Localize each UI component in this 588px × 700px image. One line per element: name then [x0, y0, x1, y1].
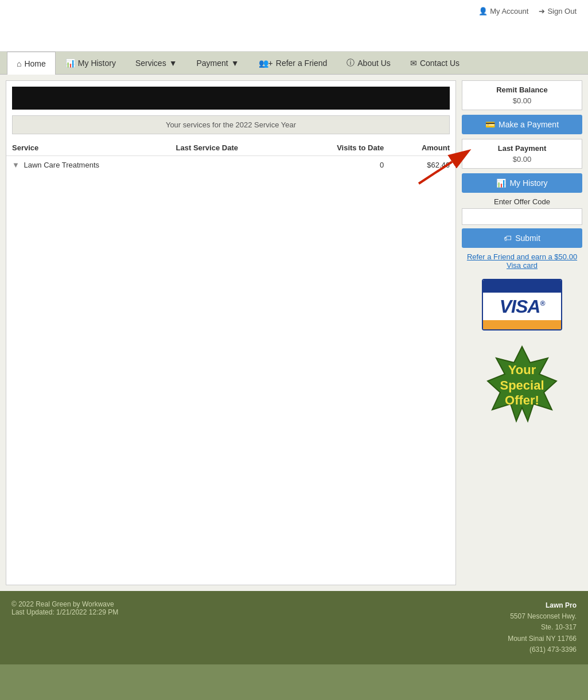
- service-year-header: Your services for the 2022 Service Year: [12, 115, 450, 134]
- table-row: ▼ Lawn Care Treatments 0 $62.46: [6, 156, 455, 174]
- tab-contact-us[interactable]: ✉ Contact Us: [400, 52, 469, 74]
- footer-right: Lawn Pro 5507 Nesconset Hwy. Ste. 10-317…: [508, 600, 577, 655]
- header: 👤 My Account ➔ Sign Out: [0, 0, 588, 52]
- offer-line3: Offer!: [500, 393, 544, 408]
- amount: $62.46: [390, 156, 455, 174]
- tab-services[interactable]: Services ▼: [126, 52, 187, 74]
- left-panel: Your services for the 2022 Service Year …: [6, 80, 456, 585]
- footer-last-updated: Last Updated: 1/21/2022 12:29 PM: [11, 608, 118, 616]
- col-amount: Amount: [390, 140, 455, 156]
- col-service: Service: [6, 140, 170, 156]
- footer: © 2022 Real Green by Workwave Last Updat…: [0, 591, 588, 664]
- special-offer-badge[interactable]: Your Special Offer!: [482, 345, 562, 426]
- remit-balance-box: Remit Balance $0.00: [462, 80, 582, 110]
- service-table: Service Last Service Date Visits to Date…: [6, 140, 455, 174]
- chart-icon: 📊: [65, 59, 75, 68]
- make-payment-button[interactable]: 💳 Make a Payment: [462, 115, 582, 134]
- offer-code-label: Enter Offer Code: [462, 197, 582, 206]
- info-icon: ⓘ: [346, 58, 355, 68]
- offer-code-input[interactable]: [462, 208, 582, 225]
- tab-about-us[interactable]: ⓘ About Us: [337, 52, 400, 74]
- service-year-text: Your services for the 2022 Service Year: [166, 120, 296, 129]
- my-history-label: My History: [509, 178, 547, 188]
- col-last-service-date: Last Service Date: [170, 140, 293, 156]
- col-visits: Visits to Date: [293, 140, 390, 156]
- offer-line1: Your: [500, 363, 544, 378]
- tab-home[interactable]: ⌂ Home: [7, 52, 56, 75]
- remit-balance-label: Remit Balance: [467, 85, 577, 94]
- service-name: ▼ Lawn Care Treatments: [6, 156, 170, 174]
- tag-icon: 🏷: [504, 234, 512, 243]
- sign-out-label: Sign Out: [547, 7, 577, 15]
- tab-payment[interactable]: Payment ▼: [187, 52, 249, 74]
- last-service-date: [170, 156, 293, 174]
- my-account-label: My Account: [490, 7, 528, 15]
- visa-card-bottom-bar: [483, 320, 561, 329]
- last-payment-box: Last Payment $0.00: [462, 139, 582, 169]
- expand-arrow-icon[interactable]: ▼: [12, 161, 20, 169]
- envelope-icon: ✉: [410, 59, 417, 68]
- header-actions: 👤 My Account ➔ Sign Out: [478, 7, 577, 15]
- last-payment-value: $0.00: [467, 155, 577, 164]
- tab-refer-a-friend[interactable]: 👥+ Refer a Friend: [249, 52, 337, 74]
- offer-line2: Special: [500, 378, 544, 393]
- footer-copyright: © 2022 Real Green by Workwave: [11, 600, 118, 608]
- chevron-down-icon: ▼: [169, 59, 177, 68]
- chevron-down-icon2: ▼: [231, 59, 239, 68]
- footer-address3: Mount Sinai NY 11766: [508, 633, 577, 644]
- visa-card-middle: VISA®: [483, 293, 561, 320]
- visa-logo-text: VISA®: [500, 296, 545, 317]
- footer-company-name: Lawn Pro: [508, 600, 577, 611]
- footer-phone: (631) 473-3396: [508, 644, 577, 655]
- footer-left: © 2022 Real Green by Workwave Last Updat…: [11, 600, 118, 616]
- offer-text: Your Special Offer!: [500, 363, 544, 408]
- refer-friend-link[interactable]: Refer a Friend and earn a $50.00 Visa ca…: [462, 252, 582, 270]
- sign-out-link[interactable]: ➔ Sign Out: [539, 7, 577, 15]
- home-icon: ⌂: [17, 59, 21, 68]
- refer-link-text: Refer a Friend and earn a $50.00 Visa ca…: [467, 252, 577, 270]
- black-bar: [12, 87, 450, 110]
- footer-address2: Ste. 10-317: [508, 622, 577, 633]
- credit-card-icon: 💳: [485, 120, 495, 129]
- submit-button[interactable]: 🏷 Submit: [462, 228, 582, 248]
- tab-my-history[interactable]: 📊 My History: [56, 52, 126, 74]
- visits-to-date: 0: [293, 156, 390, 174]
- my-history-button[interactable]: 📊 My History: [462, 173, 582, 193]
- footer-address1: 5507 Nesconset Hwy.: [508, 611, 577, 622]
- navigation: ⌂ Home 📊 My History Services ▼ Payment ▼…: [0, 52, 588, 75]
- sign-out-icon: ➔: [539, 7, 545, 15]
- visa-card-top-bar: [483, 280, 561, 293]
- submit-label: Submit: [515, 234, 540, 243]
- user-icon: 👤: [478, 7, 488, 15]
- remit-balance-value: $0.00: [467, 96, 577, 105]
- person-plus-icon: 👥+: [259, 59, 273, 68]
- right-panel: Remit Balance $0.00 💳 Make a Payment Las…: [462, 80, 582, 585]
- make-payment-label: Make a Payment: [499, 120, 559, 129]
- offer-code-section: Enter Offer Code 🏷 Submit: [462, 197, 582, 248]
- main-content: Your services for the 2022 Service Year …: [0, 75, 588, 591]
- visa-card-image: VISA®: [482, 279, 562, 330]
- my-account-link[interactable]: 👤 My Account: [478, 7, 528, 15]
- chart-line-icon: 📊: [496, 178, 506, 188]
- last-payment-label: Last Payment: [467, 144, 577, 153]
